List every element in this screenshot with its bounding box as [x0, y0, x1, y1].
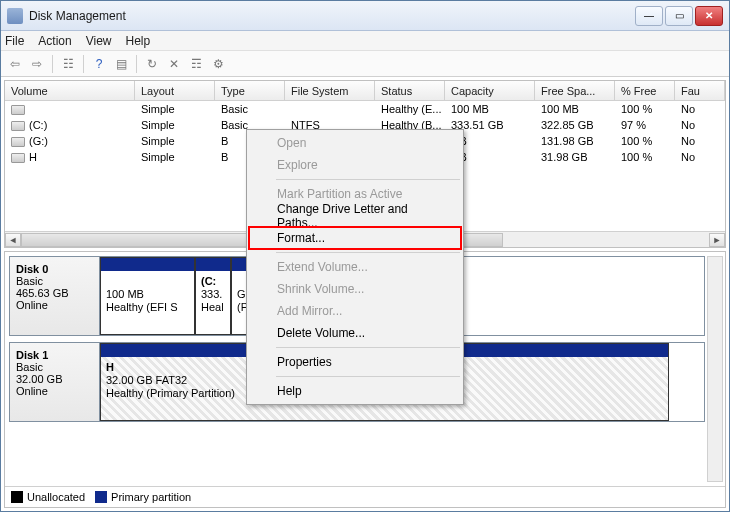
- panes-icon[interactable]: ☷: [58, 54, 78, 74]
- close-button[interactable]: ✕: [695, 6, 723, 26]
- forward-icon[interactable]: ⇨: [27, 54, 47, 74]
- context-separator: [276, 347, 460, 348]
- partition[interactable]: (C:333.Heal: [195, 257, 231, 335]
- context-format[interactable]: Format...: [249, 227, 461, 249]
- volume-list-header: Volume Layout Type File System Status Ca…: [5, 81, 725, 101]
- context-shrink[interactable]: Shrink Volume...: [249, 278, 461, 300]
- context-help[interactable]: Help: [249, 380, 461, 402]
- properties-icon[interactable]: ☶: [186, 54, 206, 74]
- column-layout[interactable]: Layout: [135, 81, 215, 100]
- toolbar-separator: [83, 55, 84, 73]
- column-status[interactable]: Status: [375, 81, 445, 100]
- legend: Unallocated Primary partition: [5, 486, 725, 507]
- context-change-letter[interactable]: Change Drive Letter and Paths...: [249, 205, 461, 227]
- legend-label-primary: Primary partition: [111, 491, 191, 503]
- drive-icon: [11, 121, 25, 131]
- context-delete[interactable]: Delete Volume...: [249, 322, 461, 344]
- context-mirror[interactable]: Add Mirror...: [249, 300, 461, 322]
- settings-icon[interactable]: ⚙: [208, 54, 228, 74]
- toolbar-separator: [136, 55, 137, 73]
- drive-icon: [11, 153, 25, 163]
- disk-label[interactable]: Disk 1Basic32.00 GBOnline: [10, 343, 100, 421]
- column-pctfree[interactable]: % Free: [615, 81, 675, 100]
- refresh-icon[interactable]: ↻: [142, 54, 162, 74]
- context-menu: Open Explore Mark Partition as Active Ch…: [246, 129, 464, 405]
- column-type[interactable]: Type: [215, 81, 285, 100]
- window-controls: — ▭ ✕: [635, 6, 723, 26]
- menu-action[interactable]: Action: [38, 34, 71, 48]
- toolbar-separator: [52, 55, 53, 73]
- window-title: Disk Management: [29, 9, 635, 23]
- scroll-right-icon[interactable]: ►: [709, 233, 725, 247]
- minimize-button[interactable]: —: [635, 6, 663, 26]
- list-icon[interactable]: ▤: [111, 54, 131, 74]
- legend-swatch-unallocated: [11, 491, 23, 503]
- table-row[interactable]: SimpleBasicHealthy (E...100 MB100 MB100 …: [5, 101, 725, 117]
- context-separator: [276, 179, 460, 180]
- context-extend[interactable]: Extend Volume...: [249, 256, 461, 278]
- column-volume[interactable]: Volume: [5, 81, 135, 100]
- context-open[interactable]: Open: [249, 132, 461, 154]
- legend-label-unallocated: Unallocated: [27, 491, 85, 503]
- menu-view[interactable]: View: [86, 34, 112, 48]
- back-icon[interactable]: ⇦: [5, 54, 25, 74]
- context-separator: [276, 376, 460, 377]
- drive-icon: [11, 137, 25, 147]
- menubar: File Action View Help: [1, 31, 729, 51]
- column-freespace[interactable]: Free Spa...: [535, 81, 615, 100]
- context-separator: [276, 252, 460, 253]
- drive-icon: [11, 105, 25, 115]
- titlebar: Disk Management — ▭ ✕: [1, 1, 729, 31]
- partition[interactable]: 100 MBHealthy (EFI S: [100, 257, 195, 335]
- delete-icon[interactable]: ✕: [164, 54, 184, 74]
- scroll-left-icon[interactable]: ◄: [5, 233, 21, 247]
- column-capacity[interactable]: Capacity: [445, 81, 535, 100]
- toolbar: ⇦ ⇨ ☷ ? ▤ ↻ ✕ ☶ ⚙: [1, 51, 729, 77]
- disk-label[interactable]: Disk 0Basic465.63 GBOnline: [10, 257, 100, 335]
- legend-swatch-primary: [95, 491, 107, 503]
- context-explore[interactable]: Explore: [249, 154, 461, 176]
- app-icon: [7, 8, 23, 24]
- context-properties[interactable]: Properties: [249, 351, 461, 373]
- maximize-button[interactable]: ▭: [665, 6, 693, 26]
- menu-file[interactable]: File: [5, 34, 24, 48]
- menu-help[interactable]: Help: [126, 34, 151, 48]
- column-filesystem[interactable]: File System: [285, 81, 375, 100]
- column-fault[interactable]: Fau: [675, 81, 725, 100]
- help-icon[interactable]: ?: [89, 54, 109, 74]
- vertical-scrollbar[interactable]: [707, 256, 723, 482]
